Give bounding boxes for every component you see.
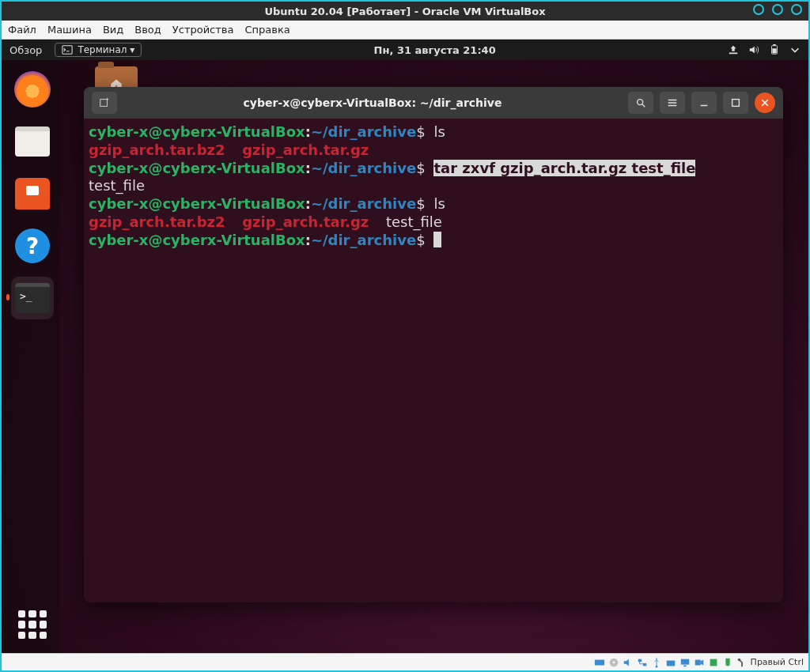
cursor [433,232,441,247]
cmd-output: test_file [89,177,145,194]
maximize-button[interactable] [723,92,748,114]
vb-statusbar: Правый Ctrl [2,653,808,670]
terminal-body[interactable]: cyber-x@cyberx-VirtualBox:~/dir_archive$… [84,119,783,602]
cmd-text: ls [433,123,445,140]
minimize-button[interactable] [691,92,717,114]
vb-menu-view[interactable]: Вид [103,24,123,36]
search-button[interactable] [628,92,653,114]
prompt-dollar: $ [416,195,425,212]
ubuntu-desktop: Обзор Терминал ▾ Пн, 31 августа 21:40 ? … [2,40,808,653]
ls-file: test_file [386,213,442,230]
dock-terminal[interactable]: >_ [11,277,54,319]
vb-window-controls [753,4,802,15]
vb-menu-machine[interactable]: Машина [47,24,92,36]
prompt-user: cyber-x@cyberx-VirtualBox [89,123,305,140]
terminal-titlebar[interactable]: cyber-x@cyberx-VirtualBox: ~/dir_archive [84,87,783,119]
vb-max-icon[interactable] [772,4,783,15]
prompt-dollar: $ [416,123,425,140]
svg-rect-14 [666,660,675,666]
svg-point-10 [612,661,615,663]
vb-mouse-icon[interactable] [722,657,733,668]
volume-icon [748,44,759,55]
close-button[interactable] [755,92,775,113]
prompt-path: ~/dir_archive [311,195,416,212]
dock-software[interactable] [11,172,54,215]
vb-usb-icon[interactable] [651,657,662,668]
maximize-icon [730,97,741,108]
software-icon [15,178,50,210]
svg-rect-5 [100,100,108,107]
new-tab-button[interactable] [92,92,117,114]
svg-rect-18 [710,659,717,666]
battery-icon [769,44,780,55]
vb-titlebar[interactable]: Ubuntu 20.04 [Работает] - Oracle VM Virt… [2,2,808,21]
prompt-dollar: $ [416,160,425,176]
dock-files[interactable] [11,120,54,163]
vb-title-text: Ubuntu 20.04 [Работает] - Oracle VM Virt… [264,6,545,17]
search-icon [635,97,646,108]
cmd-text: ls [433,195,445,212]
svg-rect-0 [62,46,72,55]
dock: ? >_ [5,60,60,653]
system-status-area[interactable] [728,44,801,55]
prompt-path: ~/dir_archive [311,232,416,248]
vb-audio-icon[interactable] [623,657,634,668]
new-tab-icon [99,97,110,108]
app-menu-button[interactable]: Терминал ▾ [55,43,142,57]
terminal-icon: >_ [15,283,50,313]
vb-host-key: Правый Ctrl [751,657,804,667]
help-icon: ? [15,228,50,263]
prompt-sep: : [305,232,311,248]
prompt-user: cyber-x@cyberx-VirtualBox [89,232,305,248]
gnome-top-bar: Обзор Терминал ▾ Пн, 31 августа 21:40 [2,40,808,60]
svg-rect-4 [772,48,776,53]
prompt-user: cyber-x@cyberx-VirtualBox [89,195,305,212]
activities-button[interactable]: Обзор [9,44,42,56]
files-icon [15,126,50,157]
vb-shared-icon[interactable] [665,657,676,668]
minimize-icon [698,97,710,108]
show-applications-button[interactable] [15,607,50,642]
vb-keyboard-icon[interactable] [736,657,748,668]
svg-rect-17 [695,659,700,665]
svg-point-19 [737,658,740,661]
svg-point-6 [638,100,643,105]
firefox-icon [14,71,51,108]
svg-rect-16 [683,665,687,666]
vb-min-icon[interactable] [753,4,764,15]
vb-menu-input[interactable]: Ввод [134,24,161,36]
vb-menu-file[interactable]: Файл [8,24,36,36]
svg-rect-15 [680,659,689,664]
dock-firefox[interactable] [11,68,54,111]
terminal-window: cyber-x@cyberx-VirtualBox: ~/dir_archive [84,87,783,602]
cmd-selected: tar zxvf gzip_arch.tar.gz test_file [433,160,695,176]
prompt-sep: : [305,123,311,140]
prompt-sep: : [305,195,311,212]
vb-close-icon[interactable] [791,4,802,15]
svg-point-13 [655,665,657,667]
ls-file: gzip_arch.tar.gz [242,142,369,158]
chevron-down-icon [789,44,801,55]
vb-display-icon[interactable] [679,657,691,668]
vb-menu-devices[interactable]: Устройства [172,24,234,36]
vb-recording-icon[interactable] [694,657,705,668]
terminal-title: cyber-x@cyberx-VirtualBox: ~/dir_archive [123,96,622,109]
hamburger-menu-button[interactable] [660,92,685,114]
svg-rect-7 [732,100,740,107]
vb-menu-help[interactable]: Справка [244,24,290,36]
prompt-path: ~/dir_archive [311,160,416,176]
app-menu-label: Терминал ▾ [78,44,134,55]
svg-rect-8 [594,659,604,665]
prompt-user: cyber-x@cyberx-VirtualBox [89,160,305,176]
vb-hdd-icon[interactable] [594,657,605,668]
svg-rect-11 [638,659,641,662]
vb-network-icon[interactable] [637,657,648,668]
vb-optical-icon[interactable] [608,657,619,668]
terminal-icon [62,44,73,55]
prompt-path: ~/dir_archive [311,123,416,140]
vb-cpu-icon[interactable] [708,657,719,668]
svg-rect-1 [729,53,738,55]
clock[interactable]: Пн, 31 августа 21:40 [374,44,496,56]
hamburger-icon [667,97,678,108]
dock-help[interactable]: ? [11,225,54,267]
